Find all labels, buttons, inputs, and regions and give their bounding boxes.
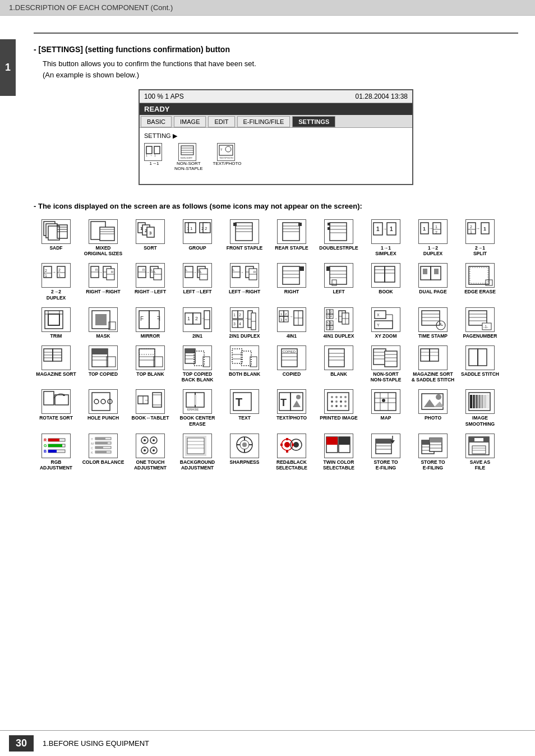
icon-left-right: L → R R LEFT→RIGHT [222, 263, 267, 300]
icon-map-label: MAP [381, 415, 391, 421]
icon-image-smoothing-label: IMAGESMOOTHING [465, 415, 495, 426]
svg-rect-363 [48, 450, 57, 453]
svg-point-346 [436, 394, 441, 400]
svg-rect-50 [330, 223, 347, 241]
svg-text:T: T [280, 397, 287, 408]
svg-text:F: F [140, 316, 144, 322]
tab-edit[interactable]: EDIT [208, 116, 234, 127]
svg-rect-219 [375, 311, 386, 319]
svg-rect-400 [286, 438, 288, 440]
svg-rect-299 [44, 391, 54, 405]
icon-book-tablet-label: BOOK↔TABLET [132, 415, 169, 421]
icon-store-to-efiling-2: STORE TOE-FILING [411, 434, 455, 471]
svg-text:2: 2 [330, 310, 332, 314]
icon-sadf: SADF [34, 219, 79, 256]
icon-book-center-erase: ERASE BOOK CENTERERASE [175, 389, 220, 426]
svg-point-336 [344, 405, 347, 407]
svg-text:TEXT/PHOTO: TEXT/PHOTO [219, 156, 233, 159]
icon-magazine-sort-label: MAGAZINE SORT [36, 371, 76, 377]
tab-efiling[interactable]: E-FILING/FILE [237, 116, 290, 127]
icon-4in1-duplex-label: 4IN1 DUPLEX [324, 333, 354, 339]
icon-front-staple-label: FRONT STAPLE [227, 245, 263, 251]
icon-right-label: RIGHT [284, 289, 299, 294]
svg-text:→: → [193, 270, 197, 274]
icon-right-left: R → L L RIGHT→LEFT [128, 263, 173, 300]
icon-non-sort-non-staple: NON-SORTNON-STAPLE [363, 345, 408, 382]
tab-settings[interactable]: SETTINGS [292, 116, 335, 127]
icon-4in1: 1 2 3 4 → 4IN1 [269, 307, 314, 339]
svg-text:1: 1 [470, 230, 472, 234]
icon-right-right: R → R R RIGHT→RIGHT [81, 263, 126, 300]
svg-point-330 [335, 400, 338, 403]
svg-point-335 [340, 405, 342, 407]
icon-mirror: F F MIRROR [128, 307, 173, 339]
svg-rect-403 [292, 444, 294, 446]
icon-sort-label: SORT [144, 245, 157, 251]
icon-red-black-selectable-label: RED&BLACKSELECTABLE [276, 459, 307, 471]
icon-top-blank: TOP BLANK [128, 345, 173, 382]
icon-pagenumber-label: PAGENUMBER [463, 333, 497, 339]
svg-point-323 [296, 395, 301, 399]
svg-point-327 [340, 396, 342, 398]
icon-both-blank-label: BOTH BLANK [229, 371, 260, 377]
icon-save-as-file: SAVE ASFILE [458, 434, 502, 471]
svg-text:R: R [111, 270, 114, 274]
svg-text:5: 5 [327, 321, 329, 325]
svg-text:F: F [157, 316, 160, 322]
svg-text:→: → [382, 227, 387, 232]
svg-text:2: 2 [45, 269, 47, 273]
icon-book-label: BOOK [379, 289, 393, 294]
svg-rect-1 [154, 146, 160, 154]
icon-hole-punch: HOLE PUNCH [81, 389, 126, 426]
svg-rect-315 [194, 395, 196, 405]
svg-point-325 [331, 396, 333, 398]
icon-group: 1 1 2 2 GROUP [175, 219, 220, 256]
panel-top-bar: 100 % 1 APS 01.28.2004 13:38 [140, 90, 412, 103]
svg-rect-151 [48, 314, 59, 325]
svg-rect-51 [328, 223, 330, 225]
icon-image-smoothing: IMAGESMOOTHING [458, 389, 502, 426]
svg-rect-145 [434, 269, 439, 274]
svg-text:4: 4 [330, 315, 332, 318]
svg-text:-1-: -1- [483, 325, 488, 329]
svg-rect-150 [45, 311, 63, 329]
svg-text:1: 1 [376, 226, 380, 232]
svg-rect-41 [233, 223, 237, 226]
svg-text:→: → [201, 316, 205, 321]
icon-red-black-selectable: RED&BLACKSELECTABLE [269, 434, 314, 471]
tab-basic[interactable]: BASIC [141, 116, 172, 127]
svg-text:3: 3 [280, 318, 283, 321]
svg-rect-136 [375, 266, 385, 282]
icon-2to1-split-label: 2→1SPLIT [473, 245, 487, 256]
icon-edge-erase: EDGE ERASE [458, 263, 502, 300]
icon-front-staple: FRONT STAPLE [222, 219, 267, 256]
icon-1to2-duplex-label: 1→2DUPLEX [423, 245, 442, 256]
icon-copied: COPIED COPIED [269, 345, 314, 382]
icon-time-stamp: TIME STAMP [411, 307, 455, 339]
icon-dual-page-label: DUAL PAGE [419, 289, 446, 294]
svg-text:X: X [377, 313, 380, 317]
icon-book: BOOK [363, 263, 408, 300]
svg-text:→: → [476, 226, 480, 231]
svg-text:1: 1 [435, 225, 437, 229]
svg-rect-286 [430, 349, 439, 361]
svg-text:2: 2 [195, 316, 198, 321]
svg-text:2: 2 [470, 225, 472, 229]
icon-1to2-duplex: 1 → 1 2 1→2DUPLEX [411, 219, 455, 256]
icon-both-blank: BOTH BLANK [222, 345, 267, 382]
icons-grid: SADF MIXEDORIGINAL SIZES [34, 219, 518, 474]
icon-left: ↓ LEFT [316, 263, 361, 300]
svg-point-303 [94, 399, 99, 404]
tab-image[interactable]: IMAGE [174, 116, 206, 127]
svg-rect-248 [92, 349, 108, 354]
icon-xy-zoom: X Y XY ZOOM [363, 307, 408, 339]
icon-sharpness-label: SHARPNESS [230, 459, 260, 465]
svg-rect-375 [95, 451, 107, 453]
svg-point-334 [335, 405, 338, 407]
icon-top-copied-label: TOP COPIED [89, 371, 118, 377]
svg-rect-357 [48, 439, 59, 441]
page-number: 30 [9, 735, 34, 752]
icon-save-as-file-label: SAVE ASFILE [470, 459, 490, 471]
icon-trim: TRIM [34, 307, 79, 339]
icon-rotate-sort-label: ROTATE SORT [39, 415, 73, 421]
